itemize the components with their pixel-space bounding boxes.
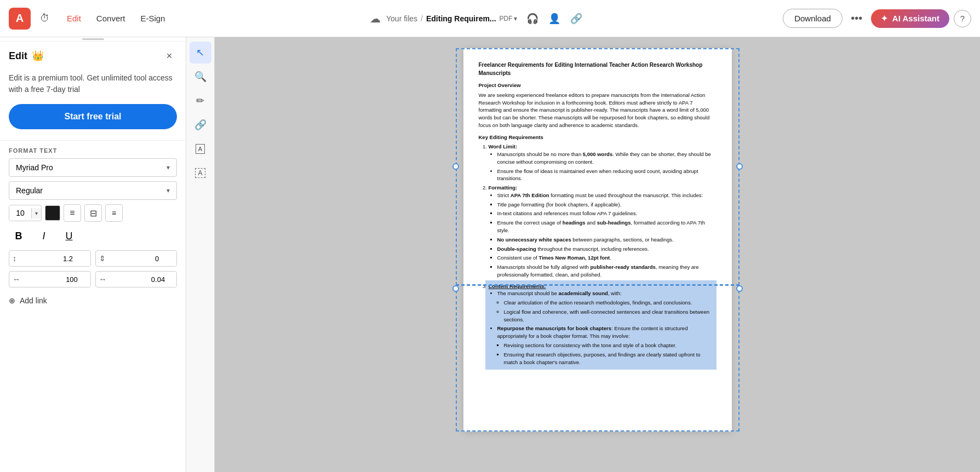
add-link-row[interactable]: ⊕ Add link (0, 292, 186, 309)
breadcrumb-your-files[interactable]: Your files (386, 14, 417, 23)
content-req-label: Content Requirements: (489, 283, 546, 289)
main-nav: Edit Convert E-Sign (59, 10, 173, 26)
font-style-value: Regular (16, 186, 43, 195)
document-page-wrapper: Freelancer Requirements for Editing Inte… (463, 48, 732, 431)
text-align-button[interactable]: ≡ (105, 204, 123, 222)
headphones-button[interactable]: 🎧 (523, 9, 542, 28)
unordered-list-button[interactable]: ≡ (64, 204, 81, 222)
nav-esign[interactable]: E-Sign (133, 10, 173, 26)
line-spacing-control: ↕ ▾ (9, 250, 91, 267)
list-item-content: Content Requirements: The manuscript sho… (489, 280, 717, 370)
highlight-tool-icon: ✏ (196, 95, 204, 107)
ordered-list-icon: ⊟ (90, 208, 97, 218)
text-scale-icon: ↔ (9, 272, 24, 287)
ai-sparkle-icon: ✦ (881, 14, 888, 24)
history-button[interactable]: ⏱ (35, 9, 55, 28)
edit-description: Edit is a premium tool. Get unlimited to… (0, 68, 186, 104)
content-sub6: Ensuring that research objectives, purpo… (504, 351, 713, 366)
panel-handle (0, 37, 186, 42)
more-options-button[interactable]: ••• (847, 9, 867, 28)
toolbar-utility-icons: 🎧 👤 🔗 (523, 9, 586, 28)
edit-title-row: Edit 👑 (9, 50, 44, 62)
font-family-value: Myriad Pro (16, 163, 53, 172)
link-icon: 🔗 (570, 13, 582, 25)
list-item-word-limit: Word Limit: Manuscripts should be no mor… (489, 143, 717, 182)
headphones-icon: 🎧 (526, 13, 538, 25)
link-share-button[interactable]: 🔗 (566, 9, 586, 28)
font-size-arrow[interactable]: ▾ (31, 208, 41, 218)
select-tool-button[interactable]: ↖ (190, 42, 211, 64)
font-family-select[interactable]: Myriad Pro ▾ (9, 158, 177, 177)
underline-button[interactable]: U (59, 226, 79, 246)
cloud-icon: ☁ (370, 12, 381, 25)
word-limit-subs: Manuscripts should be no more than 5,000… (489, 151, 717, 182)
textbox-tool-icon: A (196, 144, 205, 154)
text-style-row: B I U (0, 226, 186, 250)
doc-section2-title: Key Editing Requirements (479, 134, 717, 141)
bold-button[interactable]: B (9, 226, 28, 246)
highlight-tool-button[interactable]: ✏ (190, 90, 211, 112)
char-spacing-input[interactable] (110, 272, 177, 287)
formatting-sub6: Double-spacing throughout the manuscript… (497, 245, 717, 253)
text-scale-input[interactable] (24, 272, 91, 287)
history-icon: ⏱ (40, 13, 50, 24)
premium-crown-icon: 👑 (32, 50, 44, 62)
content-sub3: Logical flow and coherence, with well-co… (504, 308, 713, 324)
close-panel-button[interactable]: × (162, 48, 177, 64)
handle-right[interactable] (736, 163, 743, 170)
italic-button[interactable]: I (34, 226, 54, 246)
handle-bottom-right[interactable] (736, 285, 743, 292)
download-button[interactable]: Download (783, 9, 843, 28)
comment-tool-button[interactable]: 🔗 (190, 114, 211, 136)
left-panel: Edit 👑 × Edit is a premium tool. Get unl… (0, 37, 186, 472)
font-style-arrow-icon: ▾ (167, 187, 170, 194)
content-subs: The manuscript should be academically so… (489, 290, 713, 366)
line-spacing-input[interactable] (20, 251, 91, 266)
tool-sidebar: ↖ 🔍 ✏ 🔗 A A (186, 37, 215, 472)
edit-header: Edit 👑 × (0, 42, 186, 68)
comment-tool-icon: 🔗 (194, 119, 207, 131)
bold-icon: B (15, 231, 22, 242)
search-tool-button[interactable]: 🔍 (190, 66, 211, 88)
start-trial-button[interactable]: Start free trial (9, 104, 177, 129)
formatting-subs: Strict APA 7th Edition formatting must b… (489, 192, 717, 279)
formatting-sub5: No unnecessary white spaces between para… (497, 236, 717, 244)
font-size-input[interactable] (9, 205, 31, 221)
handle-bar (82, 38, 104, 40)
app-logo[interactable]: A (9, 8, 31, 30)
content-sub1: The manuscript should be academically so… (497, 290, 713, 297)
document-area[interactable]: Freelancer Requirements for Editing Inte… (215, 37, 980, 472)
formatting-sub4: Ensure the correct usage of headings and… (497, 219, 717, 234)
char-spacing-control: ↔ ▾ (95, 271, 177, 287)
selected-content-area: Content Requirements: The manuscript sho… (485, 280, 717, 370)
text-align-icon: ≡ (112, 209, 116, 217)
para-spacing-input[interactable] (109, 251, 177, 266)
font-style-row: Regular ▾ (0, 181, 186, 204)
breadcrumb-filename: Editing Requirem... (426, 14, 496, 23)
help-button[interactable]: ? (954, 10, 971, 27)
nav-edit[interactable]: Edit (59, 10, 89, 26)
stamp-tool-button[interactable]: A (190, 162, 211, 184)
scale-row: ↔ ▾ ↔ ▾ (0, 271, 186, 292)
font-style-select[interactable]: Regular ▾ (9, 181, 177, 200)
doc-content: Freelancer Requirements for Editing Inte… (463, 48, 732, 384)
formatting-sub1: Strict APA 7th Edition formatting must b… (497, 192, 717, 199)
chevron-down-icon: ▾ (514, 15, 517, 22)
unordered-list-icon: ≡ (70, 208, 74, 218)
handle-left[interactable] (452, 163, 459, 170)
char-spacing-icon: ↔ (96, 272, 110, 287)
edit-label: Edit (9, 50, 27, 62)
ai-assistant-button[interactable]: ✦ AI Assistant (871, 9, 949, 28)
nav-convert[interactable]: Convert (89, 10, 133, 26)
textbox-tool-button[interactable]: A (190, 138, 211, 160)
color-swatch[interactable] (45, 205, 60, 221)
user-icon-button[interactable]: 👤 (545, 9, 564, 28)
breadcrumb-pdf-type[interactable]: PDF ▾ (500, 15, 517, 22)
ordered-list-button[interactable]: ⊟ (84, 204, 102, 222)
doc-section1-text: We are seeking experienced freelance edi… (479, 91, 717, 129)
add-link-icon: ⊕ (9, 296, 15, 305)
breadcrumb: Your files / Editing Requirem... PDF ▾ (386, 14, 517, 23)
font-size-control: ▾ (9, 205, 42, 221)
add-link-label: Add link (20, 296, 47, 305)
handle-bottom-left[interactable] (452, 285, 459, 292)
